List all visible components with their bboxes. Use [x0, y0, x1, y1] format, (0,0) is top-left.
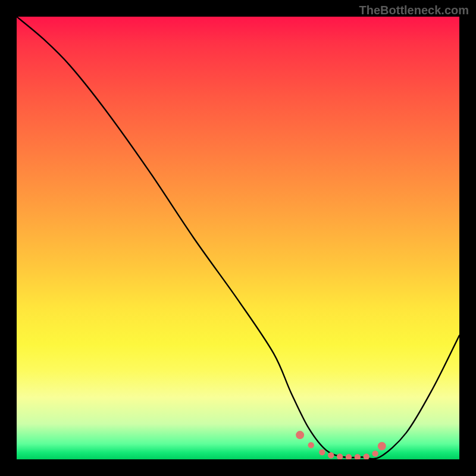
optimal-range-dots — [296, 431, 386, 459]
marker-dot — [308, 442, 314, 448]
marker-dot — [337, 453, 343, 459]
marker-dot — [372, 450, 378, 456]
watermark-text: TheBottleneck.com — [359, 4, 469, 17]
marker-dot — [296, 431, 304, 439]
curve-svg — [17, 17, 459, 459]
marker-dot — [355, 454, 361, 459]
bottleneck-curve — [17, 17, 459, 459]
marker-dot — [319, 449, 325, 455]
marker-dot — [328, 452, 334, 458]
plot-area — [17, 17, 459, 459]
marker-dot — [378, 442, 386, 450]
marker-dot — [364, 453, 369, 459]
marker-dot — [346, 454, 352, 459]
chart-container: TheBottleneck.com — [0, 0, 476, 476]
